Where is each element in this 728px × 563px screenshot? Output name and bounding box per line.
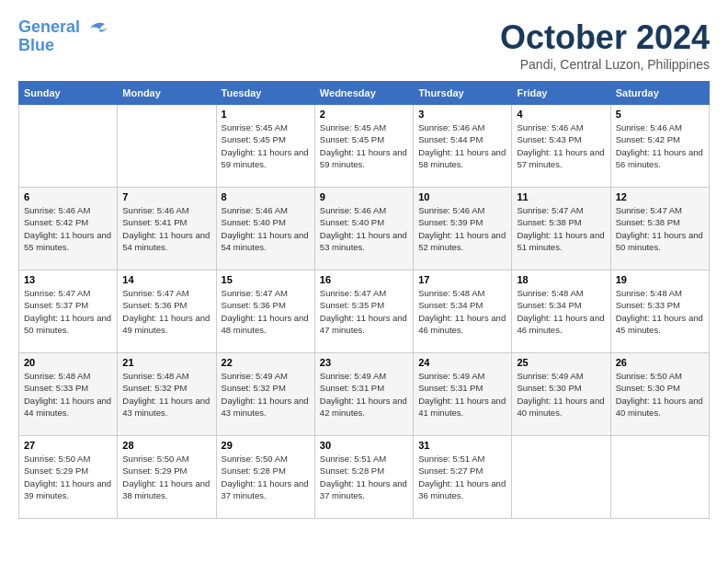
weekday-header-wednesday: Wednesday — [314, 82, 413, 105]
day-number: 8 — [222, 191, 310, 202]
day-number: 3 — [418, 109, 506, 120]
day-info: Sunrise: 5:48 AM Sunset: 5:33 PM Dayligh… — [24, 370, 112, 419]
day-info: Sunrise: 5:46 AM Sunset: 5:42 PM Dayligh… — [616, 121, 704, 170]
weekday-header-sunday: Sunday — [19, 82, 118, 105]
weekday-header-saturday: Saturday — [610, 82, 709, 105]
day-info: Sunrise: 5:47 AM Sunset: 5:36 PM Dayligh… — [222, 287, 310, 336]
day-number: 31 — [418, 440, 506, 451]
day-info: Sunrise: 5:47 AM Sunset: 5:35 PM Dayligh… — [320, 287, 408, 336]
day-info: Sunrise: 5:48 AM Sunset: 5:32 PM Dayligh… — [122, 370, 210, 419]
location-subtitle: Pandi, Central Luzon, Philippines — [500, 57, 710, 72]
day-number: 2 — [320, 109, 408, 120]
weekday-header-thursday: Thursday — [414, 82, 512, 105]
calendar-cell: 31Sunrise: 5:51 AM Sunset: 5:27 PM Dayli… — [414, 436, 512, 519]
day-info: Sunrise: 5:46 AM Sunset: 5:39 PM Dayligh… — [418, 204, 506, 253]
calendar-cell: 3Sunrise: 5:46 AM Sunset: 5:44 PM Daylig… — [414, 105, 512, 188]
day-info: Sunrise: 5:49 AM Sunset: 5:31 PM Dayligh… — [320, 370, 408, 419]
calendar-cell: 11Sunrise: 5:47 AM Sunset: 5:38 PM Dayli… — [512, 188, 610, 270]
day-number: 30 — [320, 440, 408, 451]
calendar-cell: 9Sunrise: 5:46 AM Sunset: 5:40 PM Daylig… — [314, 188, 413, 270]
calendar-cell: 27Sunrise: 5:50 AM Sunset: 5:29 PM Dayli… — [19, 436, 118, 519]
day-info: Sunrise: 5:50 AM Sunset: 5:29 PM Dayligh… — [122, 453, 210, 501]
calendar-cell: 25Sunrise: 5:49 AM Sunset: 5:30 PM Dayli… — [512, 353, 610, 436]
day-info: Sunrise: 5:48 AM Sunset: 5:33 PM Dayligh… — [616, 287, 704, 336]
month-title: October 2024 — [500, 18, 710, 57]
calendar-cell — [118, 105, 216, 188]
day-info: Sunrise: 5:46 AM Sunset: 5:44 PM Dayligh… — [418, 121, 506, 170]
day-number: 21 — [122, 357, 210, 368]
day-number: 4 — [517, 109, 605, 120]
day-number: 27 — [24, 440, 112, 451]
calendar-cell: 23Sunrise: 5:49 AM Sunset: 5:31 PM Dayli… — [314, 353, 413, 436]
day-info: Sunrise: 5:47 AM Sunset: 5:37 PM Dayligh… — [24, 287, 112, 336]
day-number: 24 — [418, 357, 506, 368]
calendar-cell: 7Sunrise: 5:46 AM Sunset: 5:41 PM Daylig… — [118, 188, 216, 270]
day-number: 18 — [517, 274, 605, 285]
day-number: 7 — [122, 191, 210, 202]
calendar-cell: 12Sunrise: 5:47 AM Sunset: 5:38 PM Dayli… — [610, 188, 709, 270]
title-block: October 2024 Pandi, Central Luzon, Phili… — [500, 18, 710, 72]
logo: General Blue — [18, 18, 108, 55]
calendar-cell: 16Sunrise: 5:47 AM Sunset: 5:35 PM Dayli… — [314, 270, 413, 353]
day-number: 29 — [222, 440, 310, 451]
day-info: Sunrise: 5:49 AM Sunset: 5:32 PM Dayligh… — [222, 370, 310, 419]
day-info: Sunrise: 5:50 AM Sunset: 5:29 PM Dayligh… — [24, 453, 112, 501]
day-number: 1 — [222, 109, 310, 120]
day-info: Sunrise: 5:46 AM Sunset: 5:40 PM Dayligh… — [320, 204, 408, 253]
calendar-cell: 15Sunrise: 5:47 AM Sunset: 5:36 PM Dayli… — [216, 270, 314, 353]
calendar-cell: 2Sunrise: 5:45 AM Sunset: 5:45 PM Daylig… — [314, 105, 413, 188]
calendar-cell: 4Sunrise: 5:46 AM Sunset: 5:43 PM Daylig… — [512, 105, 610, 188]
day-number: 22 — [222, 357, 310, 368]
day-number: 20 — [24, 357, 112, 368]
calendar-cell — [610, 436, 709, 519]
day-number: 11 — [517, 191, 605, 202]
calendar-cell: 5Sunrise: 5:46 AM Sunset: 5:42 PM Daylig… — [610, 105, 709, 188]
calendar-cell: 24Sunrise: 5:49 AM Sunset: 5:31 PM Dayli… — [414, 353, 512, 436]
calendar-cell — [19, 105, 118, 188]
day-info: Sunrise: 5:48 AM Sunset: 5:34 PM Dayligh… — [418, 287, 506, 336]
day-number: 10 — [418, 191, 506, 202]
day-number: 17 — [418, 274, 506, 285]
day-info: Sunrise: 5:46 AM Sunset: 5:40 PM Dayligh… — [222, 204, 310, 253]
day-number: 19 — [616, 274, 704, 285]
day-info: Sunrise: 5:46 AM Sunset: 5:41 PM Dayligh… — [122, 204, 210, 253]
day-info: Sunrise: 5:45 AM Sunset: 5:45 PM Dayligh… — [320, 121, 408, 170]
calendar-cell: 17Sunrise: 5:48 AM Sunset: 5:34 PM Dayli… — [414, 270, 512, 353]
day-info: Sunrise: 5:47 AM Sunset: 5:38 PM Dayligh… — [616, 204, 704, 253]
calendar-cell: 30Sunrise: 5:51 AM Sunset: 5:28 PM Dayli… — [314, 436, 413, 519]
calendar-cell — [512, 436, 610, 519]
day-number: 14 — [122, 274, 210, 285]
calendar-cell: 22Sunrise: 5:49 AM Sunset: 5:32 PM Dayli… — [216, 353, 314, 436]
calendar-cell: 1Sunrise: 5:45 AM Sunset: 5:45 PM Daylig… — [216, 105, 314, 188]
weekday-header-monday: Monday — [118, 82, 216, 105]
day-info: Sunrise: 5:51 AM Sunset: 5:27 PM Dayligh… — [418, 453, 506, 501]
day-info: Sunrise: 5:50 AM Sunset: 5:28 PM Dayligh… — [222, 453, 310, 501]
calendar-cell: 6Sunrise: 5:46 AM Sunset: 5:42 PM Daylig… — [19, 188, 118, 270]
calendar-cell: 19Sunrise: 5:48 AM Sunset: 5:33 PM Dayli… — [610, 270, 709, 353]
day-number: 12 — [616, 191, 704, 202]
day-number: 23 — [320, 357, 408, 368]
calendar-cell: 14Sunrise: 5:47 AM Sunset: 5:36 PM Dayli… — [118, 270, 216, 353]
weekday-header-friday: Friday — [512, 82, 610, 105]
calendar-cell: 13Sunrise: 5:47 AM Sunset: 5:37 PM Dayli… — [19, 270, 118, 353]
calendar-cell: 20Sunrise: 5:48 AM Sunset: 5:33 PM Dayli… — [19, 353, 118, 436]
day-info: Sunrise: 5:46 AM Sunset: 5:42 PM Dayligh… — [24, 204, 112, 253]
calendar-cell: 10Sunrise: 5:46 AM Sunset: 5:39 PM Dayli… — [414, 188, 512, 270]
day-number: 26 — [616, 357, 704, 368]
day-number: 9 — [320, 191, 408, 202]
day-info: Sunrise: 5:48 AM Sunset: 5:34 PM Dayligh… — [517, 287, 605, 336]
calendar-cell: 21Sunrise: 5:48 AM Sunset: 5:32 PM Dayli… — [118, 353, 216, 436]
day-number: 25 — [517, 357, 605, 368]
calendar-cell: 26Sunrise: 5:50 AM Sunset: 5:30 PM Dayli… — [610, 353, 709, 436]
day-number: 15 — [222, 274, 310, 285]
calendar-cell: 8Sunrise: 5:46 AM Sunset: 5:40 PM Daylig… — [216, 188, 314, 270]
weekday-header-tuesday: Tuesday — [216, 82, 314, 105]
day-info: Sunrise: 5:49 AM Sunset: 5:31 PM Dayligh… — [418, 370, 506, 419]
calendar-cell: 29Sunrise: 5:50 AM Sunset: 5:28 PM Dayli… — [216, 436, 314, 519]
day-number: 16 — [320, 274, 408, 285]
day-info: Sunrise: 5:47 AM Sunset: 5:38 PM Dayligh… — [517, 204, 605, 253]
day-number: 5 — [616, 109, 704, 120]
day-info: Sunrise: 5:46 AM Sunset: 5:43 PM Dayligh… — [517, 121, 605, 170]
logo-text: General — [18, 18, 108, 37]
calendar-table: SundayMondayTuesdayWednesdayThursdayFrid… — [18, 81, 710, 519]
